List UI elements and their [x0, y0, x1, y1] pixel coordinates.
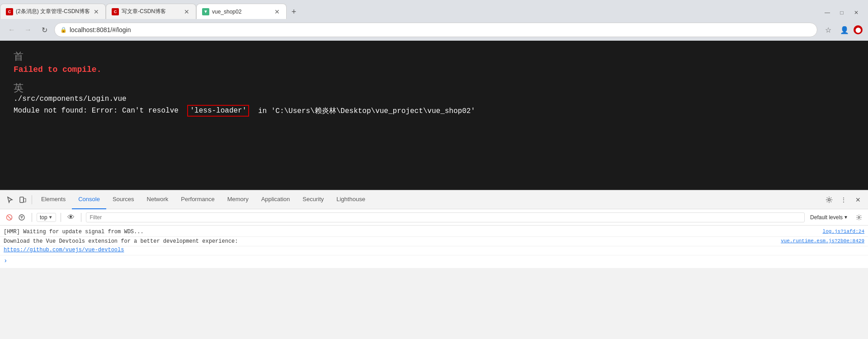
error-text-before: Module not found: Error: Can't resolve: [14, 107, 179, 115]
console-prompt-arrow[interactable]: ›: [4, 257, 7, 264]
error-text-after: in 'C:\Users\赖炎林\Desktop\vue_project\vue…: [258, 106, 475, 116]
tab-console[interactable]: Console: [72, 190, 106, 209]
device-icon: [19, 196, 26, 203]
tab-csdn1[interactable]: C (2条消息) 文章管理-CSDN博客 ✕: [0, 4, 106, 19]
console-context-select[interactable]: top ▼: [37, 213, 56, 222]
bookmark-button[interactable]: ☆: [821, 23, 835, 37]
console-clear-button[interactable]: 🚫: [4, 212, 14, 223]
console-gear-icon: [856, 214, 862, 221]
tab-close-csdn2[interactable]: ✕: [183, 8, 190, 15]
error-overlay: 首 Failed to compile. 英 ./src/components/…: [0, 41, 868, 126]
default-levels-label: Default levels: [810, 214, 843, 221]
context-arrow-icon: ▼: [48, 215, 53, 220]
new-tab-button[interactable]: +: [287, 5, 301, 19]
tab-label-vue: vue_shop02: [212, 9, 271, 15]
tab-performance[interactable]: Performance: [175, 190, 221, 209]
svg-point-2: [828, 198, 830, 201]
devtools-tabs: Elements Console Sources Network Perform…: [35, 190, 429, 209]
console-context-label: top: [40, 214, 47, 221]
lock-icon: 🔒: [60, 27, 67, 33]
reload-button[interactable]: ↻: [38, 24, 51, 36]
address-text: localhost:8081/#/login: [70, 26, 131, 33]
settings-icon: [826, 196, 833, 203]
window-controls: — □ ✕: [816, 6, 868, 19]
console-filter-input[interactable]: [86, 212, 805, 222]
console-line-1: [HMR] Waiting for update signal from WDS…: [0, 227, 868, 237]
console-line-text-1: [HMR] Waiting for update signal from WDS…: [4, 229, 819, 235]
console-line-2: Download the Vue Devtools extension for …: [0, 237, 868, 246]
chinese-text-1: 首: [14, 50, 854, 63]
tab-favicon-vue: ▼: [202, 8, 209, 15]
console-eye-button[interactable]: 👁: [66, 212, 76, 223]
devtools-settings-button[interactable]: [823, 193, 835, 206]
console-divider-2: [61, 213, 61, 222]
address-bar-row: ← → ↻ 🔒 localhost:8081/#/login ☆ 👤 ⬤: [0, 19, 868, 41]
toolbar-actions: ☆ 👤 ⬤: [821, 23, 863, 37]
tab-close-vue[interactable]: ✕: [274, 8, 281, 15]
devtools-more-button[interactable]: ⋮: [837, 193, 850, 206]
devtools-end-buttons: ⋮ ✕: [823, 193, 864, 206]
tab-favicon-csdn1: C: [6, 8, 13, 15]
console-prompt[interactable]: ›: [0, 255, 868, 266]
tab-lighthouse[interactable]: Lighthouse: [330, 190, 372, 209]
tab-csdn2[interactable]: C 写文章-CSDN博客 ✕: [106, 4, 196, 19]
levels-arrow-icon: ▼: [844, 215, 848, 220]
address-bar[interactable]: 🔒 localhost:8081/#/login: [54, 23, 817, 37]
forward-button[interactable]: →: [22, 24, 34, 36]
browser-content: 首 Failed to compile. 英 ./src/components/…: [0, 41, 868, 190]
tab-memory[interactable]: Memory: [221, 190, 255, 209]
tab-application[interactable]: Application: [255, 190, 297, 209]
tab-network[interactable]: Network: [141, 190, 175, 209]
chinese-text-2: 英: [14, 81, 854, 95]
console-output: [HMR] Waiting for update signal from WDS…: [0, 226, 868, 268]
inspect-icon: [6, 196, 14, 203]
console-line-3: https://github.com/vuejs/vue-devtools: [0, 246, 868, 255]
tab-bar: C (2条消息) 文章管理-CSDN博客 ✕ C 写文章-CSDN博客 ✕ ▼ …: [0, 0, 868, 19]
filter-icon: [19, 214, 25, 221]
error-path: ./src/components/Login.vue: [14, 95, 854, 103]
error-message: Module not found: Error: Can't resolve '…: [14, 105, 854, 117]
minimize-button[interactable]: —: [821, 6, 834, 19]
console-line-source-2[interactable]: vue.runtime.esm.js?2b0e:8429: [781, 238, 864, 244]
error-title: Failed to compile.: [14, 65, 854, 74]
console-settings-button[interactable]: [854, 212, 864, 223]
console-divider-1: [32, 213, 32, 222]
devtools-panel: Elements Console Sources Network Perform…: [0, 190, 868, 268]
error-highlight: 'less-loader': [187, 105, 249, 117]
tab-label-csdn2: 写文章-CSDN博客: [122, 8, 180, 15]
maximize-button[interactable]: □: [835, 6, 848, 19]
tab-label-csdn1: (2条消息) 文章管理-CSDN博客: [16, 8, 90, 15]
devtools-device-button[interactable]: [16, 193, 29, 206]
tab-close-csdn1[interactable]: ✕: [93, 8, 100, 15]
browser-window: C (2条消息) 文章管理-CSDN博客 ✕ C 写文章-CSDN博客 ✕ ▼ …: [0, 0, 868, 268]
devtools-divider-1: [32, 195, 32, 204]
console-line-text-2: Download the Vue Devtools extension for …: [4, 238, 777, 245]
console-divider-3: [81, 213, 81, 222]
chromium-icon: ⬤: [855, 27, 861, 33]
devtools-close-button[interactable]: ✕: [852, 193, 864, 206]
tab-security[interactable]: Security: [296, 190, 330, 209]
svg-rect-0: [20, 197, 24, 202]
tab-sources[interactable]: Sources: [106, 190, 141, 209]
devtools-topbar: Elements Console Sources Network Perform…: [0, 190, 868, 209]
close-button[interactable]: ✕: [850, 6, 863, 19]
tab-favicon-csdn2: C: [112, 8, 119, 15]
svg-point-7: [858, 217, 860, 218]
console-line-source-1[interactable]: log.js?1afd:24: [823, 229, 864, 234]
devtools-link[interactable]: https://github.com/vuejs/vue-devtools: [4, 247, 124, 253]
tab-elements[interactable]: Elements: [35, 190, 72, 209]
profile-button[interactable]: 👤: [837, 23, 852, 37]
tab-vue[interactable]: ▼ vue_shop02 ✕: [196, 4, 287, 19]
back-button[interactable]: ←: [5, 24, 18, 36]
menu-button[interactable]: ⬤: [854, 25, 863, 34]
default-levels-select[interactable]: Default levels ▼: [807, 213, 852, 221]
console-filter-icon[interactable]: [16, 212, 27, 223]
console-bar: 🚫 top ▼ 👁 Default levels ▼: [0, 209, 868, 226]
devtools-inspect-button[interactable]: [4, 193, 16, 206]
